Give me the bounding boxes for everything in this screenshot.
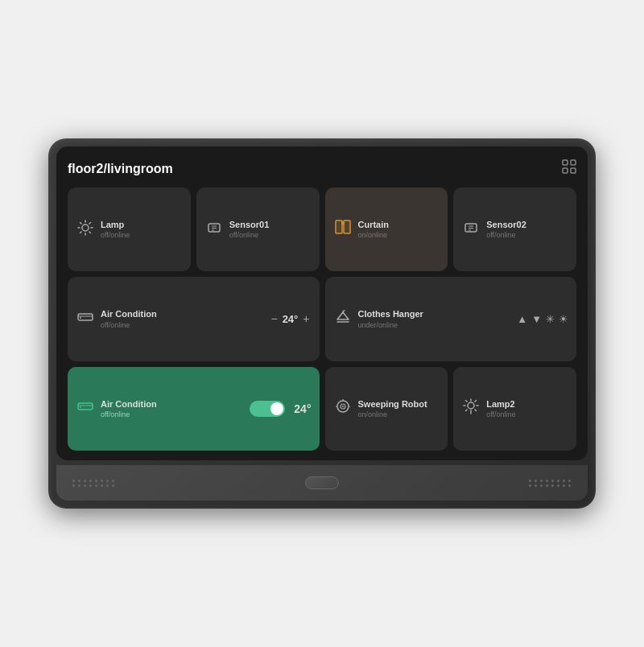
curtain-name: Curtain xyxy=(358,220,390,230)
svg-line-43 xyxy=(466,401,468,402)
screen-header: floor2/livingroom xyxy=(68,159,576,178)
speaker-left xyxy=(72,480,115,487)
ac-status: off/online xyxy=(101,321,157,329)
lamp2-icon xyxy=(461,398,481,419)
svg-rect-2 xyxy=(563,168,568,173)
sensor02-status: off/online xyxy=(486,231,526,239)
card-sensor01[interactable]: Sensor01 off/online xyxy=(196,188,320,271)
hanger-sun-button[interactable]: ☀ xyxy=(559,313,568,325)
ac-text: Air Condition off/online xyxy=(101,309,157,328)
sensor01-text: Sensor01 off/online xyxy=(229,220,270,239)
svg-line-46 xyxy=(475,401,477,402)
svg-rect-18 xyxy=(344,220,350,233)
hanger-text: Clothes Hanger under/online xyxy=(358,309,423,328)
card-air-condition-active[interactable]: Air Condition off/online 24° xyxy=(68,367,320,451)
lamp-text: Lamp off/online xyxy=(101,220,130,239)
robot-status: on/online xyxy=(358,410,427,418)
lamp-status: off/online xyxy=(101,231,130,239)
ac-active-temp: 24° xyxy=(294,402,311,415)
ac-active-text: Air Condition off/online xyxy=(101,399,157,418)
hanger-down-button[interactable]: ▼ xyxy=(531,313,542,325)
page-title: floor2/livingroom xyxy=(68,162,173,176)
card-sensor02[interactable]: Sensor02 off/online xyxy=(453,188,576,271)
device-grid: Lamp off/online Sensor01 off/online xyxy=(68,188,576,451)
sensor01-status: off/online xyxy=(229,231,270,239)
sensor01-name: Sensor01 xyxy=(229,220,270,230)
ac-name: Air Condition xyxy=(101,309,157,319)
robot-icon xyxy=(333,398,353,419)
settings-icon[interactable] xyxy=(562,159,576,178)
device-bottom-bar xyxy=(56,465,588,501)
svg-line-12 xyxy=(89,222,91,224)
ac-toggle-knob xyxy=(270,402,283,415)
hanger-controls: ▲ ▼ ✳ ☀ xyxy=(517,313,568,325)
smart-panel-device: floor2/livingroom xyxy=(48,138,596,509)
svg-rect-29 xyxy=(78,403,93,410)
hanger-status: under/online xyxy=(358,321,423,329)
lamp-name: Lamp xyxy=(101,220,130,230)
sensor02-name: Sensor02 xyxy=(486,220,526,230)
curtain-text: Curtain on/online xyxy=(358,220,390,239)
sensor01-icon xyxy=(204,220,224,240)
ac-temperature: 24° xyxy=(283,313,299,325)
svg-line-9 xyxy=(80,222,82,224)
svg-line-11 xyxy=(80,232,82,233)
svg-rect-0 xyxy=(563,160,568,165)
card-lamp2[interactable]: Lamp2 off/online xyxy=(453,367,576,451)
svg-line-45 xyxy=(466,410,468,411)
ac-decrease-button[interactable]: − xyxy=(269,311,279,327)
lamp2-name: Lamp2 xyxy=(486,399,515,410)
svg-rect-25 xyxy=(78,314,93,320)
hanger-name: Clothes Hanger xyxy=(358,309,423,319)
ac-controls: − 24° + xyxy=(269,311,311,327)
lamp-icon xyxy=(76,219,95,241)
robot-name: Sweeping Robot xyxy=(358,399,427,410)
svg-point-31 xyxy=(80,406,81,408)
ac-active-status: off/online xyxy=(101,410,157,418)
svg-line-10 xyxy=(89,232,91,233)
card-sweeping-robot[interactable]: Sweeping Robot on/online xyxy=(325,367,448,451)
ac-active-name: Air Condition xyxy=(101,399,157,410)
svg-line-44 xyxy=(475,410,477,411)
svg-point-4 xyxy=(82,225,89,231)
robot-text: Sweeping Robot on/online xyxy=(358,399,427,418)
ac-active-icon xyxy=(76,398,95,419)
sensor02-icon xyxy=(461,220,481,240)
svg-rect-3 xyxy=(571,168,576,173)
ac-increase-button[interactable]: + xyxy=(301,311,311,327)
card-clothes-hanger[interactable]: Clothes Hanger under/online ▲ ▼ ✳ ☀ xyxy=(325,277,577,361)
svg-rect-17 xyxy=(336,220,342,233)
svg-point-27 xyxy=(80,317,81,319)
lamp2-text: Lamp2 off/online xyxy=(486,399,515,418)
curtain-status: on/online xyxy=(358,231,390,239)
ac-icon xyxy=(76,308,95,330)
lamp2-status: off/online xyxy=(486,410,515,418)
hanger-up-button[interactable]: ▲ xyxy=(517,313,527,325)
home-button[interactable] xyxy=(305,476,339,489)
sensor02-text: Sensor02 off/online xyxy=(486,220,526,239)
hanger-icon xyxy=(333,308,353,330)
ac-toggle-switch[interactable] xyxy=(250,401,285,417)
hanger-fan-button[interactable]: ✳ xyxy=(546,313,555,325)
card-air-condition[interactable]: Air Condition off/online − 24° + xyxy=(68,277,320,361)
card-curtain[interactable]: Curtain on/online xyxy=(325,188,448,271)
curtain-icon xyxy=(333,219,353,241)
screen: floor2/livingroom xyxy=(56,146,588,460)
svg-point-38 xyxy=(468,402,474,409)
card-lamp[interactable]: Lamp off/online xyxy=(68,188,191,271)
svg-point-34 xyxy=(342,406,344,407)
svg-rect-1 xyxy=(571,160,576,165)
speaker-right xyxy=(529,480,572,487)
